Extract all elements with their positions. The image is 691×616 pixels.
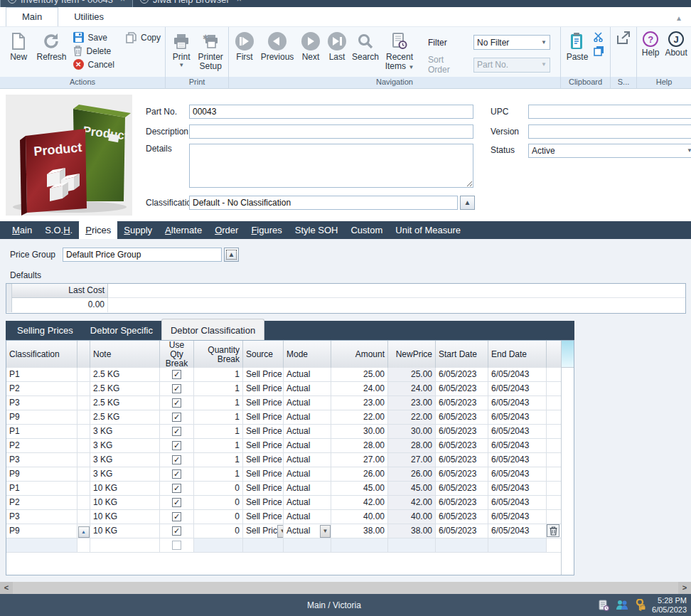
new-row-placeholder[interactable]: ✓	[6, 538, 574, 553]
price-group-expand-button[interactable]: ▲	[224, 248, 239, 262]
search-button[interactable]: Search	[350, 29, 381, 62]
subtab-debtor-classification[interactable]: Debtor Classification	[161, 319, 264, 340]
cell-source: Sell Price	[243, 368, 284, 382]
use-qty-break-checkbox[interactable]: ✓	[172, 484, 181, 493]
status-select[interactable]: Active ▼	[528, 144, 691, 158]
close-tab-icon[interactable]: ×	[120, 0, 125, 4]
use-qty-break-checkbox[interactable]: ✓	[172, 398, 181, 408]
new-button[interactable]: New	[3, 29, 34, 62]
part-no-input[interactable]	[189, 105, 473, 119]
print-button[interactable]: Print ▼	[168, 29, 194, 68]
table-row[interactable]: P13 KG✓1Sell PriceActual30.0030.006/05/2…	[6, 425, 574, 439]
use-qty-break-checkbox[interactable]: ✓	[172, 498, 181, 507]
upc-input[interactable]	[528, 105, 691, 119]
col-header-note[interactable]: Note	[90, 341, 160, 368]
save-button[interactable]: Save	[73, 32, 114, 43]
version-input[interactable]	[528, 124, 691, 139]
table-row[interactable]: P110 KG✓0Sell PriceActual45.0045.006/05/…	[6, 482, 574, 496]
cancel-button[interactable]: ✕ Cancel	[73, 59, 114, 70]
first-button[interactable]: First	[232, 29, 257, 62]
collapse-ribbon-icon[interactable]: ▲	[675, 14, 682, 22]
table-row[interactable]: P310 KG✓0Sell PriceActual40.0040.006/05/…	[6, 510, 574, 524]
delete-row-button[interactable]	[547, 524, 559, 537]
use-qty-break-checkbox[interactable]: ✓	[172, 384, 181, 393]
table-row[interactable]: P210 KG✓0Sell PriceActual42.0042.006/05/…	[6, 496, 574, 510]
copy-button[interactable]: Copy	[126, 32, 161, 43]
window-tab-inventory-item[interactable]: J Inventory Item - 00043 ×	[0, 0, 133, 7]
table-row[interactable]: P22.5 KG✓1Sell PriceActual24.0024.006/05…	[6, 382, 574, 396]
scroll-right-icon[interactable]: >	[678, 582, 691, 594]
delete-button[interactable]: Delete	[73, 46, 114, 56]
chevron-down-icon[interactable]: ▼	[320, 525, 331, 538]
ribbon-tab-main[interactable]: Main	[6, 7, 58, 26]
tab-s-o-h[interactable]: S.O.H.	[38, 222, 79, 239]
subtab-debtor-specific[interactable]: Debtor Specific	[82, 322, 161, 340]
paste-button[interactable]: Paste	[564, 29, 591, 62]
chevron-down-icon[interactable]: ▼	[277, 525, 284, 538]
classification-input[interactable]	[189, 196, 458, 210]
sort-order-select[interactable]: Part No. ▼	[473, 58, 550, 73]
cut-scissors-icon[interactable]	[594, 32, 605, 42]
table-row[interactable]: P33 KG✓1Sell PriceActual27.0027.006/05/2…	[6, 453, 574, 467]
about-button[interactable]: J About	[664, 29, 688, 58]
row-indicator-button[interactable]: ▲	[78, 526, 90, 538]
col-header-end-date[interactable]: End Date	[488, 341, 547, 368]
table-row[interactable]: P12.5 KG✓1Sell PriceActual25.0025.006/05…	[6, 368, 574, 382]
col-header-use-qty-break[interactable]: Use Qty Break	[160, 341, 194, 368]
tab-prices[interactable]: Prices	[79, 221, 117, 239]
scroll-left-icon[interactable]: <	[0, 582, 13, 594]
tab-supply[interactable]: Supply	[117, 222, 159, 239]
cell-note: 3 KG	[90, 439, 160, 453]
close-tab-icon[interactable]: ×	[237, 0, 242, 4]
description-input[interactable]	[189, 124, 473, 139]
vertical-scrollbar[interactable]	[561, 341, 574, 575]
table-row[interactable]: P9▲10 KG✓0Sell Pric▼Actual▼38.0038.006/0…	[6, 524, 574, 538]
use-qty-break-checkbox[interactable]: ✓	[172, 455, 181, 464]
use-qty-break-checkbox[interactable]: ✓	[172, 370, 181, 379]
col-header-start-date[interactable]: Start Date	[436, 341, 488, 368]
subtab-selling-prices[interactable]: Selling Prices	[9, 322, 82, 340]
tab-figures[interactable]: Figures	[245, 222, 288, 239]
col-header-quantity-break[interactable]: Quantity Break	[194, 341, 243, 368]
table-row[interactable]: P32.5 KG✓1Sell PriceActual23.0023.006/05…	[6, 396, 574, 410]
use-qty-break-checkbox[interactable]: ✓	[172, 526, 181, 536]
tab-custom[interactable]: Custom	[344, 222, 389, 239]
use-qty-break-checkbox[interactable]: ✓	[172, 413, 181, 422]
cell-start-date	[436, 538, 488, 553]
recent-items-button[interactable]: Recent Items ▼	[381, 29, 418, 71]
refresh-button[interactable]: Refresh	[34, 29, 68, 62]
col-header-classification[interactable]: Classification	[6, 341, 77, 368]
use-qty-break-checkbox[interactable]: ✓	[172, 427, 181, 436]
tab-unit-of-measure[interactable]: Unit of Measure	[389, 222, 467, 239]
horizontal-scrollbar[interactable]: < >	[0, 582, 691, 594]
help-button[interactable]: ? Help	[640, 29, 661, 58]
price-group-input[interactable]	[63, 248, 222, 262]
previous-button[interactable]: Previous	[257, 29, 297, 62]
tab-main[interactable]: Main	[6, 222, 38, 239]
use-qty-break-checkbox[interactable]: ✓	[172, 469, 181, 479]
col-header-amount[interactable]: Amount	[331, 341, 388, 368]
classification-expand-button[interactable]: ▲	[460, 196, 475, 210]
ribbon-tab-utilities[interactable]: Utilities	[58, 8, 119, 26]
details-textarea[interactable]	[189, 144, 473, 188]
tab-order[interactable]: Order	[208, 222, 245, 239]
share-export-icon[interactable]	[616, 29, 631, 45]
col-header-source[interactable]: Source	[243, 341, 284, 368]
table-row[interactable]: P93 KG✓1Sell PriceActual26.0026.006/05/2…	[6, 467, 574, 482]
use-qty-break-checkbox[interactable]: ✓	[172, 541, 181, 550]
copy-pages-icon[interactable]	[594, 46, 605, 56]
next-button[interactable]: Next	[297, 29, 324, 62]
printer-setup-button[interactable]: ✱ Printer Setup	[195, 29, 225, 71]
last-button[interactable]: Last	[324, 29, 350, 62]
col-header-newprice[interactable]: NewPrice	[388, 341, 436, 368]
col-header-mode[interactable]: Mode	[284, 341, 331, 368]
table-row[interactable]: P92.5 KG✓1Sell PriceActual22.0022.006/05…	[6, 410, 574, 425]
cell-mode: Actual	[284, 425, 331, 439]
filter-select[interactable]: No Filter ▼	[473, 35, 550, 50]
table-row[interactable]: P23 KG✓1Sell PriceActual28.0028.006/05/2…	[6, 439, 574, 453]
use-qty-break-checkbox[interactable]: ✓	[172, 512, 181, 521]
window-tab-help-browser[interactable]: J Jiwa Help Browser ×	[133, 0, 249, 7]
tab-style-soh[interactable]: Style SOH	[289, 222, 345, 239]
tab-alternate[interactable]: Alternate	[159, 222, 208, 239]
use-qty-break-checkbox[interactable]: ✓	[172, 441, 181, 450]
